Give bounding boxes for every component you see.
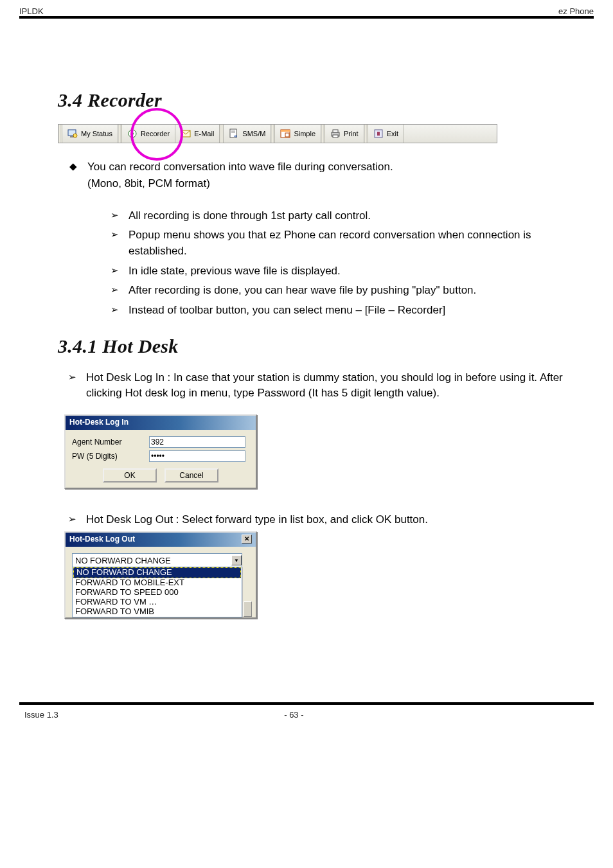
pw-input[interactable]: [149, 450, 245, 462]
svg-rect-13: [333, 130, 338, 132]
intro-point-4: Instead of toolbar button, you can selec…: [109, 303, 545, 319]
header-left: IPLDK: [19, 6, 44, 16]
chevron-down-icon[interactable]: ▼: [231, 555, 242, 565]
scrollbar[interactable]: [242, 567, 253, 617]
svg-rect-10: [281, 130, 290, 132]
exit-icon: [373, 128, 384, 139]
svg-point-4: [131, 132, 134, 135]
svg-rect-11: [285, 133, 289, 137]
close-icon[interactable]: ✕: [242, 535, 252, 544]
svg-rect-14: [333, 135, 338, 137]
toolbar-print[interactable]: Print: [325, 125, 364, 143]
toolbar-sms-label: SMS/M: [242, 130, 265, 137]
hotdesk-login-dialog: Hot-Desk Log In Agent Number PW (5 Digit…: [64, 414, 257, 489]
intro-point-1: Popup menu shows you that ez Phone can r…: [109, 227, 545, 259]
footer-rule: [19, 702, 594, 705]
forward-combo[interactable]: NO FORWARD CHANGE ▼: [72, 553, 242, 567]
toolbar-email[interactable]: E-Mail: [175, 125, 220, 143]
pw-label: PW (5 Digits): [72, 452, 149, 461]
page-header: IPLDK ez Phone: [19, 6, 594, 16]
intro-point-0: All recording is done through 1st party …: [109, 208, 545, 224]
scroll-thumb[interactable]: [244, 601, 252, 617]
logout-titlebar: Hot-Desk Log Out ✕: [66, 533, 256, 547]
svg-rect-16: [377, 132, 380, 136]
printer-icon: [330, 128, 341, 139]
page-number: - 63 -: [284, 710, 303, 720]
login-titlebar: Hot-Desk Log In: [66, 416, 256, 430]
window-icon: [280, 128, 290, 139]
toolbar-screenshot: My Status Recorder E-Mail SMS/M: [58, 124, 568, 143]
forward-selected: NO FORWARD CHANGE: [75, 556, 171, 565]
toolbar-my-status-label: My Status: [81, 130, 112, 137]
forward-opt-4[interactable]: FORWARD TO VMIB: [73, 607, 242, 617]
header-rule: [19, 16, 594, 19]
agent-number-input[interactable]: [149, 436, 245, 448]
agent-label: Agent Number: [72, 438, 149, 447]
page-footer: Issue 1.3 - 63 -: [19, 710, 594, 720]
toolbar-recorder-label: Recorder: [141, 130, 170, 137]
section-title: 3.4 Recorder: [58, 89, 568, 111]
toolbar-sms[interactable]: SMS/M: [224, 125, 271, 143]
envelope-icon: [181, 128, 191, 139]
forward-opt-2[interactable]: FORWARD TO SPEED 000: [73, 588, 242, 598]
logout-title: Hot-Desk Log Out: [69, 535, 135, 544]
hotdesk-logout-dialog: Hot-Desk Log Out ✕ NO FORWARD CHANGE ▼ N…: [64, 531, 257, 619]
issue-text: Issue 1.3: [24, 710, 58, 720]
toolbar-exit-label: Exit: [387, 130, 398, 137]
toolbar-my-status[interactable]: My Status: [62, 125, 118, 143]
toolbar-simple-label: Simple: [294, 130, 315, 137]
header-right: ez Phone: [558, 6, 594, 16]
toolbar-email-label: E-Mail: [194, 130, 214, 137]
toolbar: My Status Recorder E-Mail SMS/M: [58, 124, 497, 143]
ok-button[interactable]: OK: [103, 468, 157, 483]
intro-point-2: In idle state, previous wave file is dis…: [109, 263, 545, 279]
document-send-icon: [229, 128, 239, 139]
forward-opt-1[interactable]: FORWARD TO MOBILE-EXT: [73, 578, 242, 588]
forward-opt-0[interactable]: NO FORWARD CHANGE: [73, 567, 241, 578]
intro-diamond: You can record conversation into wave fi…: [68, 159, 545, 319]
intro-point-3: After recording is done, you can hear wa…: [109, 283, 545, 299]
logout-para: Hot Desk Log Out : Select forward type i…: [67, 512, 568, 528]
svg-point-2: [73, 134, 77, 137]
forward-options-list[interactable]: NO FORWARD CHANGE FORWARD TO MOBILE-EXT …: [72, 567, 242, 617]
recorder-icon: [127, 128, 138, 139]
toolbar-print-label: Print: [344, 130, 359, 137]
login-title: Hot-Desk Log In: [69, 418, 129, 427]
forward-opt-3[interactable]: FORWARD TO VM …: [73, 598, 242, 607]
cancel-button[interactable]: Cancel: [164, 468, 218, 483]
monitor-icon: [67, 128, 78, 139]
toolbar-exit[interactable]: Exit: [368, 125, 404, 143]
login-para: Hot Desk Log In : In case that your stat…: [67, 370, 568, 402]
hotdesk-heading: 3.4.1 Hot Desk: [58, 335, 568, 357]
toolbar-recorder[interactable]: Recorder: [122, 125, 175, 143]
toolbar-simple[interactable]: Simple: [275, 125, 321, 143]
